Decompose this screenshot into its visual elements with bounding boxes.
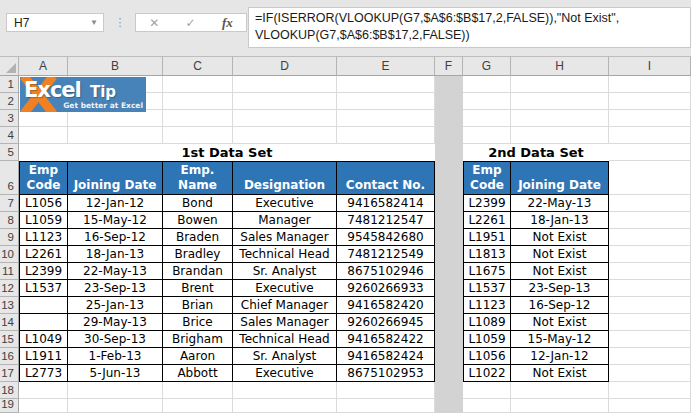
table2-title-cell[interactable]: 2nd Data Set: [463, 144, 609, 161]
cell-G16[interactable]: L1056: [463, 348, 511, 365]
cell-E3[interactable]: [337, 110, 435, 127]
cell-B16[interactable]: 1-Feb-13: [68, 348, 163, 365]
cell-C10[interactable]: Bradley: [163, 246, 233, 263]
cell-B12[interactable]: 23-Sep-13: [68, 280, 163, 297]
cell-D8[interactable]: Manager: [233, 212, 337, 229]
cell-B3[interactable]: [68, 110, 163, 127]
row-header-15[interactable]: 15: [0, 331, 19, 348]
select-all-button[interactable]: [0, 57, 19, 76]
row-header-13[interactable]: 13: [0, 297, 19, 314]
cell-D14[interactable]: Sales Manager: [233, 314, 337, 331]
cell-E14[interactable]: 9260266945: [337, 314, 435, 331]
cell-F6[interactable]: [435, 161, 463, 195]
cell-A10[interactable]: L2261: [19, 246, 68, 263]
cell-I14[interactable]: [609, 314, 691, 331]
cell-F9[interactable]: [435, 229, 463, 246]
row-header-5[interactable]: 5: [0, 144, 19, 161]
cell-A13[interactable]: [19, 297, 68, 314]
cell-G18[interactable]: [463, 382, 511, 399]
table1-header-D6[interactable]: Designation: [233, 161, 337, 195]
cell-C11[interactable]: Brandan: [163, 263, 233, 280]
cell-I2[interactable]: [609, 93, 691, 110]
cell-C17[interactable]: Abbott: [163, 365, 233, 382]
cell-H17[interactable]: Not Exist: [511, 365, 609, 382]
row-header-19[interactable]: 19: [0, 399, 19, 413]
cell-H11[interactable]: Not Exist: [511, 263, 609, 280]
cell-A14[interactable]: [19, 314, 68, 331]
cell-E1[interactable]: [337, 76, 435, 93]
column-header-H[interactable]: H: [511, 57, 609, 76]
cell-E17[interactable]: 8675102953: [337, 365, 435, 382]
cell-C19[interactable]: [163, 399, 233, 413]
cell-D1[interactable]: [233, 76, 337, 93]
cell-G17[interactable]: L1022: [463, 365, 511, 382]
cell-I11[interactable]: [609, 263, 691, 280]
table2-header-G6[interactable]: Emp Code: [463, 161, 511, 195]
cell-H15[interactable]: 15-May-12: [511, 331, 609, 348]
column-header-A[interactable]: A: [19, 57, 68, 76]
cell-G1[interactable]: [463, 76, 511, 93]
row-header-14[interactable]: 14: [0, 314, 19, 331]
cell-B14[interactable]: 29-May-13: [68, 314, 163, 331]
cell-A4[interactable]: [19, 127, 68, 144]
column-header-B[interactable]: B: [68, 57, 163, 76]
cell-A17[interactable]: L2773: [19, 365, 68, 382]
cell-F10[interactable]: [435, 246, 463, 263]
cell-G3[interactable]: [463, 110, 511, 127]
cell-G4[interactable]: [463, 127, 511, 144]
cell-D12[interactable]: Executive: [233, 280, 337, 297]
cell-E18[interactable]: [337, 382, 435, 399]
cell-D19[interactable]: [233, 399, 337, 413]
cell-E12[interactable]: 9260266933: [337, 280, 435, 297]
cell-F16[interactable]: [435, 348, 463, 365]
cell-I6[interactable]: [609, 161, 691, 195]
cell-A15[interactable]: L1049: [19, 331, 68, 348]
cell-H4[interactable]: [511, 127, 609, 144]
cell-I17[interactable]: [609, 365, 691, 382]
cell-D15[interactable]: Technical Head: [233, 331, 337, 348]
cell-G7[interactable]: L2399: [463, 195, 511, 212]
cell-A19[interactable]: [19, 399, 68, 413]
enter-icon[interactable]: ✓: [186, 17, 196, 29]
table1-header-B6[interactable]: Joining Date: [68, 161, 163, 195]
row-header-17[interactable]: 17: [0, 365, 19, 382]
cell-I18[interactable]: [609, 382, 691, 399]
cell-E10[interactable]: 7481212549: [337, 246, 435, 263]
row-header-7[interactable]: 7: [0, 195, 19, 212]
cell-A3[interactable]: [19, 110, 68, 127]
cell-G9[interactable]: L1951: [463, 229, 511, 246]
formula-bar-handle-icon[interactable]: ⋮: [114, 13, 126, 32]
cell-B7[interactable]: 12-Jan-12: [68, 195, 163, 212]
cell-G15[interactable]: L1059: [463, 331, 511, 348]
name-box-dropdown-icon[interactable]: ▼: [85, 18, 103, 27]
cell-F19[interactable]: [435, 399, 463, 413]
cell-A11[interactable]: L2399: [19, 263, 68, 280]
table1-title-cell[interactable]: 1st Data Set: [19, 144, 435, 161]
row-header-9[interactable]: 9: [0, 229, 19, 246]
cell-H10[interactable]: Not Exist: [511, 246, 609, 263]
cell-I8[interactable]: [609, 212, 691, 229]
row-header-6[interactable]: 6: [0, 161, 19, 195]
cell-B13[interactable]: 25-Jan-13: [68, 297, 163, 314]
cell-A7[interactable]: L1056: [19, 195, 68, 212]
row-header-18[interactable]: 18: [0, 382, 19, 399]
cell-A9[interactable]: L1123: [19, 229, 68, 246]
cell-H3[interactable]: [511, 110, 609, 127]
column-header-I[interactable]: I: [609, 57, 691, 76]
cell-C7[interactable]: Bond: [163, 195, 233, 212]
cell-A18[interactable]: [19, 382, 68, 399]
cell-G11[interactable]: L1675: [463, 263, 511, 280]
cell-H2[interactable]: [511, 93, 609, 110]
cell-D11[interactable]: Sr. Analyst: [233, 263, 337, 280]
cell-C2[interactable]: [163, 93, 233, 110]
row-header-11[interactable]: 11: [0, 263, 19, 280]
cell-E13[interactable]: 9416582420: [337, 297, 435, 314]
cell-F7[interactable]: [435, 195, 463, 212]
cell-F11[interactable]: [435, 263, 463, 280]
cell-F17[interactable]: [435, 365, 463, 382]
cell-H12[interactable]: 23-Sep-13: [511, 280, 609, 297]
cell-C8[interactable]: Bowen: [163, 212, 233, 229]
table1-header-A6[interactable]: Emp Code: [19, 161, 68, 195]
row-header-8[interactable]: 8: [0, 212, 19, 229]
cell-I1[interactable]: [609, 76, 691, 93]
